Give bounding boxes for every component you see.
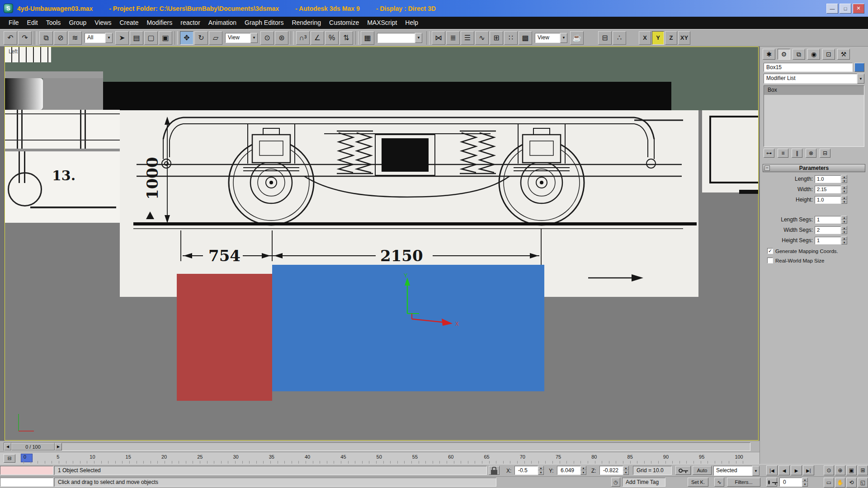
zoom-all-icon[interactable]: ⊕ bbox=[835, 465, 845, 475]
spin-up-icon[interactable]: ▲ bbox=[538, 466, 544, 470]
menu-help[interactable]: Help bbox=[401, 17, 422, 28]
create-tab-icon[interactable]: ✱ bbox=[763, 49, 775, 60]
menu-reactor[interactable]: reactor bbox=[176, 17, 204, 28]
collapse-rollout-icon[interactable]: − bbox=[764, 165, 770, 171]
axis-constraint-xy-button[interactable]: XY bbox=[678, 31, 690, 45]
spinner[interactable]: ▲▼ bbox=[841, 196, 847, 204]
parameters-rollout-header[interactable]: − Parameters bbox=[763, 164, 865, 172]
render-type-dropdown[interactable]: View▼ bbox=[535, 33, 567, 43]
go-to-end-button[interactable]: ▶| bbox=[803, 465, 814, 475]
spinner[interactable]: ▲▼ bbox=[841, 236, 847, 244]
maximize-button[interactable]: □ bbox=[840, 4, 851, 14]
modifier-stack-item-box[interactable]: Box bbox=[764, 86, 864, 95]
param-value-field[interactable]: 1 bbox=[815, 237, 841, 244]
chevron-down-icon[interactable]: ▼ bbox=[857, 74, 864, 84]
modifier-list-dropdown[interactable]: Modifier List ▼ bbox=[764, 74, 864, 84]
menu-file[interactable]: File bbox=[5, 17, 23, 28]
utilities-tab-icon[interactable]: ⚒ bbox=[837, 49, 850, 60]
spin-down-icon[interactable]: ▼ bbox=[841, 200, 847, 204]
select-by-name-icon[interactable]: ▤ bbox=[130, 31, 143, 45]
current-frame-field[interactable]: 0 bbox=[779, 478, 802, 487]
key-mode-toggle-button[interactable] bbox=[766, 478, 777, 487]
spin-up-icon[interactable]: ▲ bbox=[802, 478, 808, 482]
spin-down-icon[interactable]: ▼ bbox=[841, 220, 847, 224]
viewport-left[interactable]: 754 2150 1000 13. Left Y bbox=[5, 47, 759, 441]
param-value-field[interactable]: 2 bbox=[815, 226, 841, 234]
viewport-label[interactable]: Left bbox=[9, 48, 18, 55]
checkbox-generate-mapping-coords[interactable]: ✓ bbox=[767, 248, 773, 254]
key-filters-button[interactable]: Filters... bbox=[727, 478, 760, 487]
zoom-region-icon[interactable]: ▭ bbox=[824, 478, 834, 488]
coord-x-field[interactable]: -0.5 bbox=[514, 466, 538, 475]
spin-up-icon[interactable]: ▲ bbox=[841, 216, 847, 220]
object-name-field[interactable]: Box15 bbox=[764, 63, 853, 72]
close-button[interactable]: ✕ bbox=[853, 4, 864, 14]
coord-y-field[interactable]: 6.049 bbox=[557, 466, 580, 475]
align-icon[interactable]: ≣ bbox=[446, 31, 460, 45]
motion-tab-icon[interactable]: ◉ bbox=[807, 49, 820, 60]
pan-icon[interactable]: ✋ bbox=[835, 478, 845, 488]
arc-rotate-icon[interactable]: ⟲ bbox=[846, 478, 857, 488]
remove-modifier-icon[interactable]: ⊗ bbox=[806, 149, 816, 158]
axis-constraint-y-button[interactable]: Y bbox=[652, 31, 664, 45]
angle-snap-toggle-icon[interactable]: ∠ bbox=[311, 31, 324, 45]
layer-manager-icon[interactable]: ☰ bbox=[461, 31, 474, 45]
spinner[interactable]: ▲▼ bbox=[841, 216, 847, 224]
zoom-icon[interactable]: ⊙ bbox=[824, 465, 834, 475]
menu-maxscript[interactable]: MAXScript bbox=[363, 17, 401, 28]
bind-to-space-warp-icon[interactable]: ≋ bbox=[68, 31, 82, 45]
chevron-down-icon[interactable]: ▼ bbox=[560, 33, 567, 43]
percent-snap-toggle-icon[interactable]: % bbox=[325, 31, 339, 45]
spin-down-icon[interactable]: ▼ bbox=[841, 230, 847, 234]
pin-stack-icon[interactable]: ⊶ bbox=[764, 149, 774, 158]
coord-y-spinner[interactable]: ▲▼ bbox=[580, 466, 586, 475]
coord-x-spinner[interactable]: ▲▼ bbox=[538, 466, 544, 475]
schematic-view-icon[interactable]: ⊞ bbox=[490, 31, 503, 45]
object-color-swatch[interactable] bbox=[854, 63, 864, 72]
coord-z-field[interactable]: -0.822 bbox=[599, 466, 623, 475]
spin-down-icon[interactable]: ▼ bbox=[841, 240, 847, 244]
time-step-forward-icon[interactable]: ▶ bbox=[55, 443, 62, 450]
spin-up-icon[interactable]: ▲ bbox=[623, 466, 629, 470]
maxscript-mini-listener-white[interactable] bbox=[0, 478, 53, 487]
open-mini-curve-editor-icon[interactable]: ⊟ bbox=[4, 454, 15, 463]
spin-down-icon[interactable]: ▼ bbox=[802, 482, 808, 487]
param-value-field[interactable]: 2.15 bbox=[815, 186, 841, 193]
spinner-snap-toggle-icon[interactable]: ⇅ bbox=[340, 31, 353, 45]
chevron-down-icon[interactable]: ▼ bbox=[250, 33, 258, 43]
menu-modifiers[interactable]: Modifiers bbox=[142, 17, 176, 28]
selection-lock-toggle[interactable] bbox=[489, 466, 500, 475]
make-unique-icon[interactable]: ∥ bbox=[792, 149, 802, 158]
window-crossing-toggle-icon[interactable]: ▣ bbox=[159, 31, 172, 45]
set-key-button[interactable]: Set K. bbox=[688, 478, 708, 487]
menu-edit[interactable]: Edit bbox=[23, 17, 42, 28]
hierarchy-tab-icon[interactable]: ⧉ bbox=[793, 49, 805, 60]
spin-down-icon[interactable]: ▼ bbox=[580, 470, 586, 475]
maximize-viewport-toggle-icon[interactable]: ◱ bbox=[858, 478, 868, 488]
track-bar[interactable]: ⊟ 05101520253035404550556065707580859095… bbox=[0, 452, 760, 464]
edit-named-selection-sets-icon[interactable]: ▦ bbox=[361, 31, 374, 45]
spin-down-icon[interactable]: ▼ bbox=[538, 470, 544, 475]
use-pivot-point-center-icon[interactable]: ⊙ bbox=[260, 31, 274, 45]
show-end-result-icon[interactable]: ≡ bbox=[778, 149, 788, 158]
spinner[interactable]: ▲▼ bbox=[841, 175, 847, 183]
chevron-down-icon[interactable]: ▼ bbox=[105, 33, 113, 43]
chevron-down-icon[interactable]: ▼ bbox=[415, 33, 422, 43]
chevron-down-icon[interactable]: ▼ bbox=[752, 466, 760, 476]
reference-coordinate-system-dropdown[interactable]: View▼ bbox=[225, 33, 258, 43]
spin-up-icon[interactable]: ▲ bbox=[841, 226, 847, 230]
grid-table-icon[interactable]: ⊟ bbox=[598, 31, 612, 45]
param-value-field[interactable]: 1.0 bbox=[815, 196, 841, 204]
checkbox-real-world-map-size[interactable] bbox=[767, 258, 773, 263]
rectangular-selection-region-icon[interactable]: ▢ bbox=[144, 31, 158, 45]
param-value-field[interactable]: 1 bbox=[815, 216, 841, 224]
unlink-selection-icon[interactable]: ⊘ bbox=[54, 31, 67, 45]
display-tab-icon[interactable]: ⊡ bbox=[822, 49, 835, 60]
menu-customize[interactable]: Customize bbox=[325, 17, 363, 28]
select-object-icon[interactable]: ➤ bbox=[115, 31, 129, 45]
menu-group[interactable]: Group bbox=[65, 17, 90, 28]
modify-tab-icon[interactable]: ⚙ bbox=[778, 49, 790, 60]
configure-modifier-sets-icon[interactable]: ⊟ bbox=[820, 149, 830, 158]
auto-key-button[interactable]: Auto bbox=[693, 466, 712, 475]
previous-frame-button[interactable]: ◀ bbox=[778, 465, 790, 475]
